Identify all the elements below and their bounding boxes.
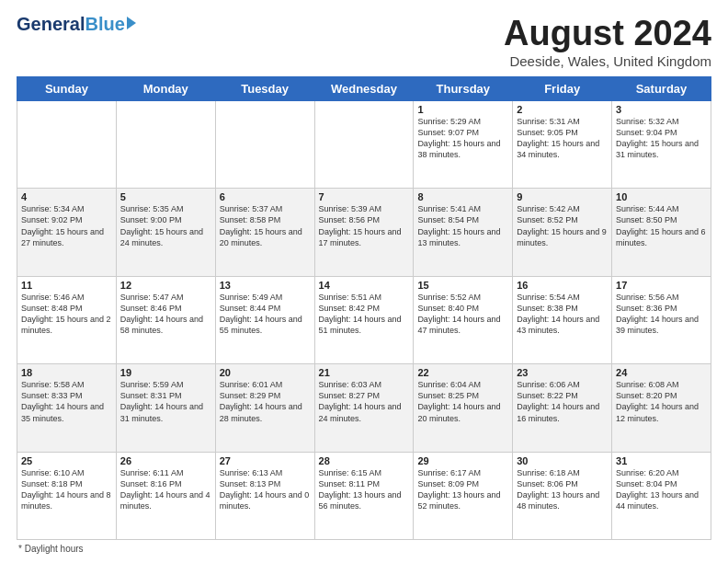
day-number: 1 (417, 104, 508, 115)
day-number: 9 (517, 191, 608, 202)
day-info: Sunrise: 5:46 AMSunset: 8:48 PMDaylight:… (21, 293, 111, 335)
day-number: 16 (517, 280, 608, 291)
table-cell: 21Sunrise: 6:03 AMSunset: 8:27 PMDayligh… (314, 364, 414, 452)
table-cell: 12Sunrise: 5:47 AMSunset: 8:46 PMDayligh… (116, 276, 215, 363)
table-cell: 9Sunrise: 5:42 AMSunset: 8:52 PMDaylight… (513, 189, 612, 276)
day-number: 19 (120, 367, 211, 378)
table-cell: 3Sunrise: 5:32 AMSunset: 9:04 PMDaylight… (612, 100, 711, 188)
day-number: 10 (616, 191, 707, 202)
day-number: 8 (417, 191, 508, 202)
day-info: Sunrise: 6:03 AMSunset: 8:27 PMDaylight:… (319, 380, 402, 422)
table-cell (17, 100, 117, 188)
table-cell: 29Sunrise: 6:17 AMSunset: 8:09 PMDayligh… (414, 452, 513, 539)
day-info: Sunrise: 5:58 AMSunset: 8:33 PMDaylight:… (21, 380, 104, 422)
logo-text: GeneralBlue (17, 15, 136, 33)
day-number: 27 (220, 455, 311, 466)
table-cell: 6Sunrise: 5:37 AMSunset: 8:58 PMDaylight… (215, 189, 314, 276)
page: GeneralBlue August 2024 Deeside, Wales, … (0, 0, 728, 563)
logo-arrow-icon (127, 17, 136, 29)
day-info: Sunrise: 6:11 AMSunset: 8:16 PMDaylight:… (120, 468, 210, 511)
header: GeneralBlue August 2024 Deeside, Wales, … (17, 15, 711, 69)
logo: GeneralBlue (17, 15, 136, 33)
table-cell: 4Sunrise: 5:34 AMSunset: 9:02 PMDaylight… (17, 189, 117, 276)
day-info: Sunrise: 5:41 AMSunset: 8:54 PMDaylight:… (417, 204, 500, 247)
table-cell: 30Sunrise: 6:18 AMSunset: 8:06 PMDayligh… (513, 452, 612, 539)
table-cell: 7Sunrise: 5:39 AMSunset: 8:56 PMDaylight… (314, 189, 414, 276)
header-row: Sunday Monday Tuesday Wednesday Thursday… (17, 76, 711, 100)
day-number: 15 (417, 280, 508, 291)
day-info: Sunrise: 5:49 AMSunset: 8:44 PMDaylight:… (220, 293, 302, 335)
col-monday: Monday (116, 76, 215, 100)
table-cell: 23Sunrise: 6:06 AMSunset: 8:22 PMDayligh… (513, 364, 612, 452)
table-cell: 18Sunrise: 5:58 AMSunset: 8:33 PMDayligh… (17, 364, 117, 452)
table-cell: 10Sunrise: 5:44 AMSunset: 8:50 PMDayligh… (612, 189, 711, 276)
day-info: Sunrise: 6:08 AMSunset: 8:20 PMDaylight:… (616, 380, 699, 422)
col-wednesday: Wednesday (314, 76, 414, 100)
day-number: 2 (517, 104, 608, 115)
table-cell: 25Sunrise: 6:10 AMSunset: 8:18 PMDayligh… (17, 452, 117, 539)
day-number: 4 (21, 191, 112, 202)
day-number: 21 (319, 367, 410, 378)
table-cell: 26Sunrise: 6:11 AMSunset: 8:16 PMDayligh… (116, 452, 215, 539)
logo-general: General (17, 15, 85, 33)
day-info: Sunrise: 5:44 AMSunset: 8:50 PMDaylight:… (616, 204, 706, 247)
day-info: Sunrise: 6:10 AMSunset: 8:18 PMDaylight:… (21, 468, 111, 511)
day-info: Sunrise: 6:18 AMSunset: 8:06 PMDaylight:… (517, 468, 599, 511)
day-info: Sunrise: 5:54 AMSunset: 8:38 PMDaylight:… (517, 293, 599, 335)
day-info: Sunrise: 6:15 AMSunset: 8:11 PMDaylight:… (319, 468, 402, 511)
table-cell: 19Sunrise: 5:59 AMSunset: 8:31 PMDayligh… (116, 364, 215, 452)
day-number: 14 (319, 280, 410, 291)
day-number: 24 (616, 367, 707, 378)
table-cell: 5Sunrise: 5:35 AMSunset: 9:00 PMDaylight… (116, 189, 215, 276)
day-number: 7 (319, 191, 410, 202)
day-info: Sunrise: 5:29 AMSunset: 9:07 PMDaylight:… (417, 117, 500, 159)
day-number: 23 (517, 367, 608, 378)
day-number: 17 (616, 280, 707, 291)
table-cell: 2Sunrise: 5:31 AMSunset: 9:05 PMDaylight… (513, 100, 612, 188)
day-info: Sunrise: 6:17 AMSunset: 8:09 PMDaylight:… (417, 468, 500, 511)
table-cell (116, 100, 215, 188)
table-cell: 1Sunrise: 5:29 AMSunset: 9:07 PMDaylight… (414, 100, 513, 188)
day-info: Sunrise: 6:01 AMSunset: 8:29 PMDaylight:… (220, 380, 302, 422)
table-cell: 16Sunrise: 5:54 AMSunset: 8:38 PMDayligh… (513, 276, 612, 363)
day-info: Sunrise: 5:47 AMSunset: 8:46 PMDaylight:… (120, 293, 203, 335)
day-number: 25 (21, 455, 112, 466)
day-info: Sunrise: 5:52 AMSunset: 8:40 PMDaylight:… (417, 293, 500, 335)
table-cell: 27Sunrise: 6:13 AMSunset: 8:13 PMDayligh… (215, 452, 314, 539)
day-number: 20 (220, 367, 311, 378)
day-info: Sunrise: 5:37 AMSunset: 8:58 PMDaylight:… (220, 204, 302, 247)
table-cell: 14Sunrise: 5:51 AMSunset: 8:42 PMDayligh… (314, 276, 414, 363)
table-cell: 28Sunrise: 6:15 AMSunset: 8:11 PMDayligh… (314, 452, 414, 539)
day-info: Sunrise: 5:31 AMSunset: 9:05 PMDaylight:… (517, 117, 599, 159)
day-number: 6 (220, 191, 311, 202)
calendar-week-row: 18Sunrise: 5:58 AMSunset: 8:33 PMDayligh… (17, 364, 711, 452)
logo-blue: Blue (85, 15, 124, 33)
calendar-table: Sunday Monday Tuesday Wednesday Thursday… (17, 76, 711, 540)
day-number: 22 (417, 367, 508, 378)
table-cell (314, 100, 414, 188)
col-sunday: Sunday (17, 76, 117, 100)
month-title: August 2024 (504, 15, 711, 53)
day-info: Sunrise: 5:56 AMSunset: 8:36 PMDaylight:… (616, 293, 699, 335)
day-number: 12 (120, 280, 211, 291)
calendar-week-row: 25Sunrise: 6:10 AMSunset: 8:18 PMDayligh… (17, 452, 711, 539)
col-tuesday: Tuesday (215, 76, 314, 100)
calendar-week-row: 11Sunrise: 5:46 AMSunset: 8:48 PMDayligh… (17, 276, 711, 363)
table-cell: 31Sunrise: 6:20 AMSunset: 8:04 PMDayligh… (612, 452, 711, 539)
day-number: 11 (21, 280, 112, 291)
day-info: Sunrise: 5:32 AMSunset: 9:04 PMDaylight:… (616, 117, 699, 159)
day-info: Sunrise: 5:59 AMSunset: 8:31 PMDaylight:… (120, 380, 203, 422)
day-number: 28 (319, 455, 410, 466)
day-info: Sunrise: 6:04 AMSunset: 8:25 PMDaylight:… (417, 380, 500, 422)
footer-note: * Daylight hours (17, 544, 711, 554)
day-number: 30 (517, 455, 608, 466)
day-number: 3 (616, 104, 707, 115)
day-info: Sunrise: 6:20 AMSunset: 8:04 PMDaylight:… (616, 468, 699, 511)
day-info: Sunrise: 5:39 AMSunset: 8:56 PMDaylight:… (319, 204, 402, 247)
daylight-label: Daylight hours (25, 544, 84, 554)
col-thursday: Thursday (414, 76, 513, 100)
day-info: Sunrise: 5:42 AMSunset: 8:52 PMDaylight:… (517, 204, 607, 247)
day-info: Sunrise: 5:34 AMSunset: 9:02 PMDaylight:… (21, 204, 104, 247)
day-number: 13 (220, 280, 311, 291)
title-block: August 2024 Deeside, Wales, United Kingd… (504, 15, 711, 69)
